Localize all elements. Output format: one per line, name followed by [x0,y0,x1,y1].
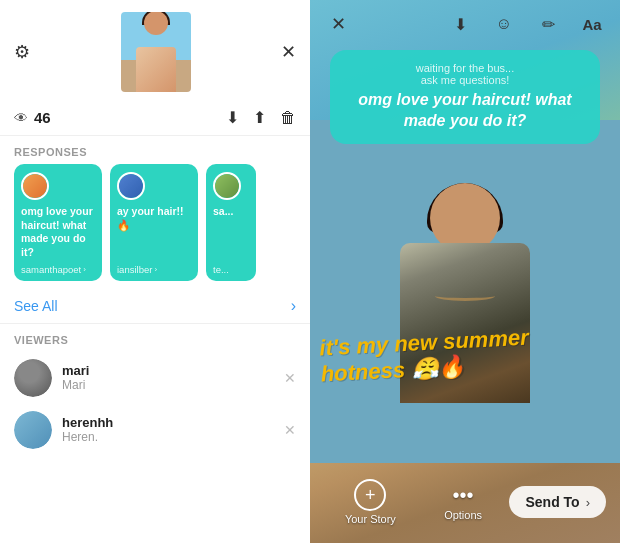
response-avatar-3 [213,172,241,200]
viewer-avatar-img-mari [14,359,52,397]
viewer-handle-mari: Mari [62,378,274,392]
eye-icon: 👁 [14,110,28,126]
viewer-info-mari: mari Mari [62,363,274,392]
response-avatar-img-2 [119,174,143,198]
viewer-row-mari: mari Mari ✕ [0,352,310,404]
plus-circle-icon: + [354,479,386,511]
person-silhouette [365,183,565,463]
story-download-icon[interactable]: ⬇ [446,10,474,38]
viewers-section: VIEWERS mari Mari ✕ herenhh Heren. ✕ [0,324,310,543]
response-bubble-story: it's my new summerhotness 😤🔥 [320,330,610,383]
response-avatar-img-3 [215,174,239,198]
story-close-icon[interactable]: ✕ [324,10,352,38]
story-top-bar: ✕ ⬇ ☺ ✏ Aa [310,0,620,48]
see-all-row[interactable]: See All › [0,291,310,323]
response-username-1: samanthapoet › [21,264,95,275]
your-story-button[interactable]: + Your Story [324,479,417,525]
response-text-2: ay your hair!! 🔥 [117,205,191,260]
story-pen-icon[interactable]: ✏ [534,10,562,38]
qa-main-text: omg love your haircut! what made you do … [344,90,586,132]
response-avatar-2 [117,172,145,200]
viewer-row-herenhh: herenhh Heren. ✕ [0,404,310,456]
thumbnail-body-decoration [136,47,176,92]
response-username-3: te... [213,264,249,275]
viewer-info-herenhh: herenhh Heren. [62,415,274,444]
views-actions: ⬇ ⬆ 🗑 [226,108,296,127]
chevron-icon-2: › [154,265,157,274]
response-avatar-1 [21,172,49,200]
story-emoji-icon[interactable]: ☺ [490,10,518,38]
response-card-1[interactable]: omg love your haircut! what made you do … [14,164,102,281]
download-icon[interactable]: ⬇ [226,108,239,127]
options-label: Options [444,509,482,521]
trash-icon[interactable]: 🗑 [280,109,296,127]
send-to-button[interactable]: Send To › [509,486,606,518]
thumbnail-head-decoration [144,12,168,35]
viewer-close-mari[interactable]: ✕ [284,370,296,386]
story-bottom-bar: + Your Story ••• Options Send To › [310,467,620,543]
viewers-label: VIEWERS [0,324,310,352]
send-to-chevron-icon: › [586,495,590,510]
chevron-icon-1: › [83,265,86,274]
response-card-3[interactable]: sa... te... [206,164,256,281]
response-text-3: sa... [213,205,249,260]
close-icon[interactable]: ✕ [281,41,296,63]
your-story-label: Your Story [345,513,396,525]
views-left: 👁 46 [14,109,51,126]
gear-icon[interactable]: ⚙ [14,41,30,63]
right-panel: ✕ ⬇ ☺ ✏ Aa waiting for the bus...ask me … [310,0,620,543]
viewer-close-herenhh[interactable]: ✕ [284,422,296,438]
viewer-avatar-herenhh [14,411,52,449]
viewer-avatar-mari [14,359,52,397]
share-icon[interactable]: ⬆ [253,108,266,127]
response-username-2: iansilber › [117,264,191,275]
left-panel: ⚙ ✕ 👁 46 ⬇ ⬆ 🗑 RESPONSES [0,0,310,543]
left-header: ⚙ ✕ [0,0,310,100]
qa-small-text: waiting for the bus...ask me questions! [344,62,586,86]
story-image-area [310,120,620,463]
see-all-link[interactable]: See All [14,298,58,314]
story-text-icon[interactable]: Aa [578,10,606,38]
views-row: 👁 46 ⬇ ⬆ 🗑 [0,100,310,135]
viewer-name-herenhh: herenhh [62,415,274,430]
viewer-handle-herenhh: Heren. [62,430,274,444]
see-all-chevron-icon: › [291,297,296,315]
response-text-1: omg love your haircut! what made you do … [21,205,95,260]
story-thumbnail[interactable] [121,12,191,92]
send-to-label: Send To [525,494,579,510]
necklace-decoration [435,291,495,301]
views-count: 46 [34,109,51,126]
responses-row: omg love your haircut! what made you do … [0,164,310,291]
viewer-name-mari: mari [62,363,274,378]
response-bubble-text: it's my new summerhotness 😤🔥 [319,325,531,389]
viewer-avatar-img-herenhh [14,411,52,449]
response-avatar-img-1 [23,174,47,198]
responses-label: RESPONSES [0,136,310,164]
options-button[interactable]: ••• Options [417,484,510,521]
story-top-right-icons: ⬇ ☺ ✏ Aa [446,10,606,38]
response-card-2[interactable]: ay your hair!! 🔥 iansilber › [110,164,198,281]
dots-icon: ••• [453,484,474,507]
thumbnail-person [121,12,191,92]
qa-bubble-top: waiting for the bus...ask me questions! … [330,50,600,144]
